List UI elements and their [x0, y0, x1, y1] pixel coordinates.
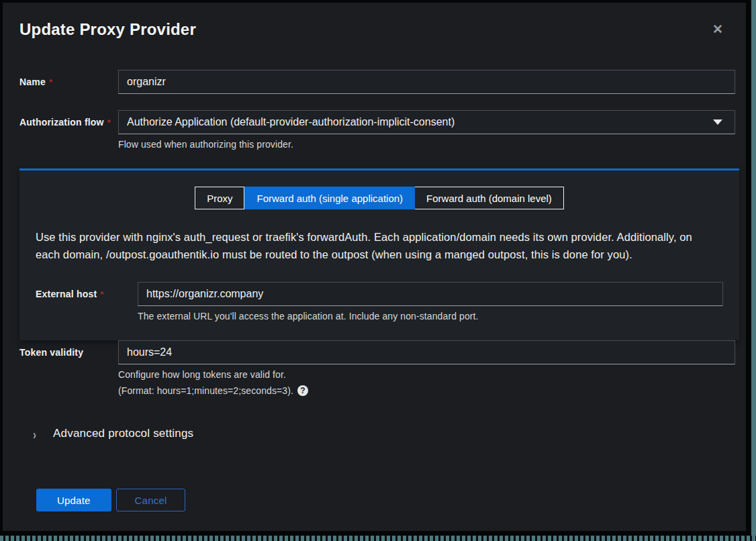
name-input[interactable] [118, 70, 735, 94]
authorization-flow-row: Authorization flow* Authorize Applicatio… [19, 110, 735, 150]
name-row: Name* [19, 70, 735, 94]
proxy-mode-card: Proxy Forward auth (single application) … [19, 168, 739, 340]
external-host-help: The external URL you'll access the appli… [138, 311, 723, 322]
modal-actions: Update Cancel [19, 489, 735, 511]
mode-toggle-group: Proxy Forward auth (single application) … [36, 187, 723, 209]
screenshot-frame-bottom [0, 536, 756, 541]
authorization-flow-select[interactable]: Authorize Application (default-provider-… [118, 110, 735, 134]
token-validity-format-help: (Format: hours=1;minutes=2;seconds=3). ? [118, 385, 735, 396]
tab-forward-auth-single[interactable]: Forward auth (single application) [244, 187, 415, 209]
external-host-input[interactable] [138, 282, 723, 306]
screenshot-frame-right [751, 0, 756, 541]
modal-header: Update Proxy Provider ✕ [3, 3, 746, 39]
name-label: Name* [19, 70, 118, 87]
authorization-flow-help: Flow used when authorizing this provider… [118, 139, 735, 150]
update-button[interactable]: Update [36, 489, 111, 511]
token-validity-label: Token validity [19, 340, 118, 358]
external-host-row: External host* The external URL you'll a… [36, 282, 723, 322]
authorization-flow-label: Authorization flow* [19, 110, 118, 128]
provider-form: Name* Authorization flow* Authorize Appl… [3, 39, 746, 511]
authorization-flow-value: Authorize Application (default-provider-… [127, 116, 455, 128]
tab-forward-auth-domain[interactable]: Forward auth (domain level) [415, 187, 564, 209]
advanced-protocol-settings-toggle[interactable]: › Advanced protocol settings [33, 427, 735, 440]
help-icon[interactable]: ? [297, 385, 308, 396]
external-host-label: External host* [36, 282, 138, 299]
tab-proxy[interactable]: Proxy [195, 187, 244, 209]
mode-description: Use this provider with nginx's auth_requ… [36, 228, 714, 263]
token-validity-input[interactable] [118, 340, 735, 364]
close-icon[interactable]: ✕ [712, 23, 723, 36]
required-marker: * [100, 289, 103, 299]
modal-title: Update Proxy Provider [19, 20, 729, 39]
update-proxy-provider-modal: Update Proxy Provider ✕ Name* Authorizat… [3, 3, 746, 531]
chevron-right-icon: › [33, 426, 36, 441]
chevron-down-icon [713, 119, 722, 125]
required-marker: * [107, 117, 111, 128]
token-validity-help: Configure how long tokens are valid for. [118, 369, 735, 380]
cancel-button[interactable]: Cancel [116, 489, 186, 511]
advanced-protocol-settings-label: Advanced protocol settings [53, 427, 193, 440]
required-marker: * [49, 77, 52, 87]
token-validity-row: Token validity Configure how long tokens… [19, 340, 735, 396]
screen-background: Update Proxy Provider ✕ Name* Authorizat… [0, 0, 756, 541]
